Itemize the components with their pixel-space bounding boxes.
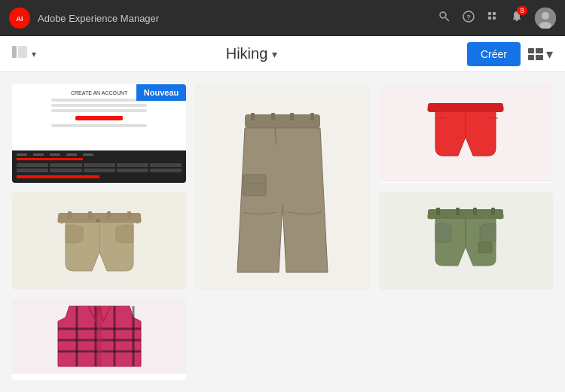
user-avatar[interactable]: [535, 8, 556, 29]
table-cell: [150, 163, 182, 167]
nav-right: ? 8: [438, 8, 556, 29]
nav-left: Ai Adobe Experience Manager: [9, 8, 159, 29]
nav-dot-2: [33, 153, 44, 156]
preview-bottom: [12, 150, 186, 183]
app-title: Adobe Experience Manager: [38, 13, 159, 24]
svg-rect-7: [493, 12, 496, 15]
card-candide-trail[interactable]: LIVE COPY Candide Trail Short: [379, 192, 553, 290]
card-2-image: [195, 84, 369, 290]
view-dropdown-arrow[interactable]: ▾: [546, 46, 553, 62]
top-navigation: Ai Adobe Experience Manager ?: [0, 0, 565, 36]
toolbar-right: Créer ▾: [467, 42, 553, 66]
card-6-info: [12, 374, 186, 380]
help-icon[interactable]: ?: [463, 11, 475, 26]
preview-nav: [17, 153, 182, 156]
card-4-image: [12, 192, 186, 290]
svg-rect-14: [12, 46, 17, 58]
plaid-shirt-svg: [54, 299, 145, 374]
nav-dot-1: [17, 153, 27, 156]
table-cell: [150, 169, 182, 172]
svg-point-36: [96, 219, 99, 222]
table-cell: [17, 163, 48, 167]
svg-rect-40: [473, 208, 477, 215]
svg-rect-18: [528, 55, 534, 60]
table-cell: [84, 163, 115, 167]
panel-dropdown-arrow[interactable]: ▾: [32, 49, 36, 59]
view-toggle[interactable]: ▾: [528, 46, 553, 62]
toolbar: ▾ Hiking ▾ Créer ▾: [0, 36, 565, 72]
svg-point-2: [440, 12, 446, 18]
svg-rect-43: [478, 242, 492, 253]
svg-rect-26: [310, 113, 314, 120]
nav-dot-4: [66, 153, 77, 156]
card-5-info: LIVE COPY Candide Trail Short: [379, 290, 553, 290]
svg-rect-32: [88, 211, 92, 219]
card-5-image: [379, 192, 553, 290]
card-tan-shorts[interactable]: [12, 192, 186, 290]
grid-icon[interactable]: [487, 11, 499, 26]
create-button[interactable]: Créer: [467, 42, 521, 66]
svg-rect-10: [516, 20, 518, 21]
webpage-preview: CREATE AN ACCOUNT: [12, 84, 186, 183]
svg-rect-9: [493, 17, 496, 20]
svg-line-3: [446, 18, 450, 22]
preview-line-4: [51, 124, 147, 127]
table-cell: [117, 163, 148, 167]
table-cell: [50, 163, 81, 167]
table-cell: [117, 169, 148, 172]
preview-form-button: [75, 116, 123, 120]
svg-point-12: [542, 12, 549, 20]
preview-red-bar: [17, 158, 83, 160]
hiking-pants-svg: [230, 107, 335, 287]
svg-rect-8: [488, 17, 491, 20]
svg-rect-20: [245, 114, 320, 128]
svg-rect-19: [536, 55, 543, 60]
card-hiking-pants[interactable]: LIVE COPY Hiking Pants 29 juin 2016 Non …: [195, 84, 369, 290]
olive-shorts-svg: [417, 203, 515, 278]
toolbar-left: ▾: [12, 46, 36, 62]
card-ready-for-spring[interactable]: CREATE AN ACCOUNT: [12, 84, 186, 183]
svg-rect-38: [436, 208, 440, 215]
bell-icon[interactable]: 8: [511, 11, 523, 26]
svg-rect-31: [68, 211, 72, 219]
nav-dot-5: [83, 153, 93, 156]
nouveau-badge: Nouveau: [136, 84, 186, 101]
card-6-image: [12, 299, 186, 374]
content-grid: CREATE AN ACCOUNT: [0, 72, 565, 392]
card-plaid-shirt[interactable]: [12, 299, 186, 380]
table-cell: [50, 169, 81, 172]
svg-rect-33: [107, 211, 111, 219]
svg-rect-17: [536, 48, 543, 53]
preview-line-1: [51, 99, 147, 102]
svg-rect-41: [491, 208, 495, 215]
svg-text:?: ?: [466, 14, 471, 21]
preview-bottom-bar: [17, 175, 99, 178]
svg-text:Ai: Ai: [17, 15, 23, 23]
card-3-info: LIVE COPY Fleet Fox Running Shorts 29 ju…: [379, 182, 553, 183]
svg-rect-21: [243, 175, 266, 196]
svg-rect-16: [528, 48, 534, 53]
table-cell: [17, 169, 48, 172]
svg-rect-24: [271, 113, 275, 120]
svg-rect-34: [127, 211, 131, 219]
svg-rect-25: [290, 113, 294, 120]
svg-rect-15: [18, 46, 27, 58]
panel-toggle-icon[interactable]: [12, 46, 27, 62]
preview-table: [17, 163, 182, 172]
preview-line-3: [51, 109, 147, 112]
adobe-logo[interactable]: Ai: [9, 8, 30, 29]
table-cell: [84, 169, 115, 172]
nav-dot-3: [50, 153, 60, 156]
card-fleet-fox[interactable]: LIVE COPY Fleet Fox Running Shorts 29 ju…: [379, 84, 553, 183]
card-3-image: [379, 84, 553, 182]
svg-rect-39: [456, 208, 460, 215]
card-1-image: CREATE AN ACCOUNT: [12, 84, 186, 183]
search-icon[interactable]: [438, 11, 450, 26]
notification-badge: 8: [517, 6, 527, 15]
preview-line-2: [51, 104, 147, 107]
svg-rect-6: [488, 12, 491, 15]
page-title-container: Hiking ▾: [226, 45, 278, 62]
svg-rect-51: [97, 306, 102, 366]
svg-rect-23: [251, 113, 255, 120]
title-dropdown-arrow[interactable]: ▾: [272, 48, 277, 60]
